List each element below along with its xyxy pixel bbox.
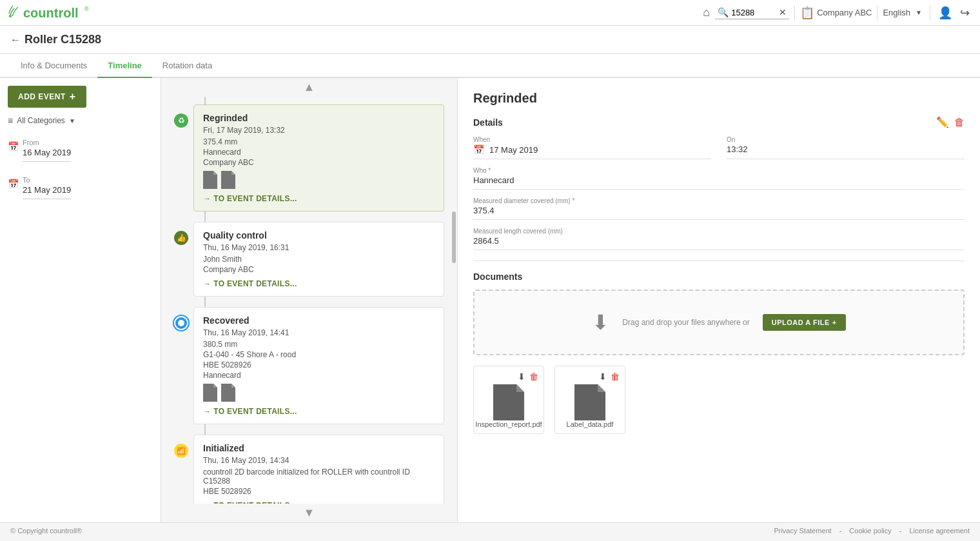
- timeline-scrollbar[interactable]: [452, 211, 456, 263]
- event-date-3: Thu, 16 May 2019, 14:41: [203, 328, 435, 337]
- file-card-1: ⬇ 🗑 Inspection_report.pdf: [473, 366, 544, 434]
- diameter-field: Measured diameter covered (mm) * 375.4: [473, 197, 965, 220]
- upload-file-button[interactable]: UPLOAD A FILE +: [763, 314, 846, 331]
- file-1-delete-button[interactable]: 🗑: [529, 371, 538, 382]
- tab-timeline[interactable]: Timeline: [97, 54, 152, 78]
- home-icon: ⌂: [703, 6, 710, 19]
- back-arrow[interactable]: ←: [10, 34, 21, 46]
- footer-license[interactable]: License agreement: [909, 527, 970, 535]
- when-calendar-icon: 📅: [473, 144, 484, 155]
- to-date-row: 📅 To 21 May 2019: [8, 168, 153, 199]
- event-detail2-3: G1-040 - 45 Shore A - rood: [203, 350, 435, 359]
- diameter-label: Measured diameter covered (mm) *: [473, 197, 965, 204]
- search-box[interactable]: 🔍 15288 ✕: [715, 6, 789, 19]
- when-field: When 📅 17 May 2019: [473, 136, 711, 159]
- to-date[interactable]: 21 May 2019: [23, 185, 71, 199]
- file-2-delete-button[interactable]: 🗑: [611, 371, 620, 382]
- language-chevron-button[interactable]: ▼: [913, 6, 925, 19]
- circle-icon: [178, 320, 184, 326]
- section-divider: [473, 261, 965, 261]
- event-node-2: 👍: [174, 231, 188, 245]
- file-icon-2: [574, 384, 605, 420]
- event-doc-icons-3: [203, 384, 435, 402]
- svg-marker-4: [213, 171, 217, 175]
- logo-svg: countroll ®: [8, 3, 92, 23]
- category-filter[interactable]: ≡ All Categories ▼: [8, 115, 153, 126]
- arrow-icon-2: →: [203, 279, 211, 288]
- tab-info[interactable]: Info & Documents: [10, 54, 97, 78]
- event-date-4: Thu, 16 May 2019, 14:34: [203, 456, 435, 465]
- copyright: © Copyright countroll®: [10, 527, 82, 535]
- timeline-event-3: Recovered Thu, 16 May 2019, 14:41 380.5 …: [193, 307, 444, 424]
- footer-privacy[interactable]: Privacy Statement: [774, 527, 831, 535]
- detail-title: Regrinded: [473, 91, 965, 106]
- logout-button[interactable]: ↪: [957, 3, 972, 23]
- from-calendar-icon: 📅: [8, 141, 19, 152]
- upload-plus-icon: +: [832, 319, 837, 326]
- nav-divider-2: [877, 5, 877, 21]
- file-1-actions: ⬇ 🗑: [518, 371, 538, 382]
- from-label: From: [23, 139, 71, 146]
- from-date[interactable]: 16 May 2019: [23, 148, 71, 162]
- event-title-3: Recovered: [203, 315, 435, 326]
- tab-rotation[interactable]: Rotation data: [152, 54, 222, 78]
- event-card-3[interactable]: Recovered Thu, 16 May 2019, 14:41 380.5 …: [193, 307, 444, 424]
- event-link-3[interactable]: → TO EVENT DETAILS...: [203, 407, 435, 416]
- event-card-2[interactable]: Quality control Thu, 16 May 2019, 16:31 …: [193, 222, 444, 297]
- event-link-1[interactable]: → TO EVENT DETAILS...: [203, 194, 435, 203]
- account-button[interactable]: 👤: [936, 3, 955, 23]
- diameter-value: 375.4: [473, 206, 965, 215]
- delete-icon: 🗑: [954, 117, 965, 128]
- add-event-button[interactable]: ADD EVENT +: [8, 86, 86, 108]
- home-button[interactable]: ⌂: [700, 3, 712, 22]
- details-grid: When 📅 17 May 2019 On 13:32 Who * Hannec…: [473, 136, 965, 250]
- filter-icon: ≡: [8, 115, 13, 126]
- scroll-up-button[interactable]: ▲: [304, 81, 315, 94]
- svg-marker-6: [231, 171, 235, 175]
- add-event-label: ADD EVENT: [18, 92, 66, 101]
- document-files: ⬇ 🗑 Inspection_report.pdf: [473, 366, 965, 434]
- timeline-area: ▲ ♻ Regrinded Fri, 17 May 2019, 13:32 37…: [161, 78, 458, 522]
- doc-icon-3: [203, 384, 217, 402]
- to-calendar-icon: 📅: [8, 179, 19, 189]
- file-name-1: Inspection_report.pdf: [475, 420, 542, 428]
- file-1-download-button[interactable]: ⬇: [518, 371, 525, 382]
- search-input[interactable]: 15288: [731, 8, 776, 17]
- event-doc-icons-1: [203, 171, 435, 189]
- file-card-2: ⬇ 🗑 Label_data.pdf: [554, 366, 625, 434]
- event-card-1[interactable]: Regrinded Fri, 17 May 2019, 13:32 375.4 …: [193, 104, 444, 211]
- on-value: 13:32: [727, 144, 965, 154]
- edit-button[interactable]: ✏️: [936, 116, 949, 128]
- on-field: On 13:32: [727, 136, 965, 159]
- when-label: When: [473, 136, 711, 143]
- event-date-1: Fri, 17 May 2019, 13:32: [203, 126, 435, 135]
- event-title-2: Quality control: [203, 230, 435, 241]
- svg-marker-8: [213, 384, 217, 388]
- file-2-download-button[interactable]: ⬇: [599, 371, 607, 382]
- length-field: Measured length covered (mm) 2864.5: [473, 228, 965, 250]
- edit-icon: ✏️: [936, 117, 949, 128]
- event-node-1: ♻: [174, 113, 188, 128]
- drop-zone[interactable]: ⬇ Drag and drop your files anywhere or U…: [473, 290, 965, 355]
- event-link-2[interactable]: → TO EVENT DETAILS...: [203, 279, 435, 288]
- event-date-2: Thu, 16 May 2019, 16:31: [203, 243, 435, 252]
- event-node-4: 📶: [174, 444, 188, 458]
- event-detail2-4: HBE 5028926: [203, 487, 435, 496]
- footer-cookie[interactable]: Cookie policy: [849, 527, 891, 535]
- delete-icon-1: 🗑: [529, 371, 538, 382]
- clear-search-button[interactable]: ✕: [779, 7, 787, 17]
- scroll-down-button[interactable]: ▼: [304, 506, 315, 520]
- event-title-4: Initialized: [203, 443, 435, 453]
- logo[interactable]: countroll ®: [8, 3, 92, 23]
- timeline-event-1: ♻ Regrinded Fri, 17 May 2019, 13:32 375.…: [193, 104, 444, 211]
- event-detail4-3: Hannecard: [203, 371, 435, 380]
- download-icon: ⬇: [592, 310, 609, 335]
- footer-links: Privacy Statement - Cookie policy - Lice…: [774, 527, 970, 535]
- event-detail3-1: Company ABC: [203, 158, 435, 167]
- delete-button[interactable]: 🗑: [954, 116, 965, 128]
- account-icon: 👤: [938, 6, 952, 20]
- event-detail1-3: 380.5 mm: [203, 340, 435, 349]
- nav-divider-1: [794, 5, 795, 21]
- delete-icon-2: 🗑: [611, 371, 620, 382]
- to-label: To: [23, 176, 71, 184]
